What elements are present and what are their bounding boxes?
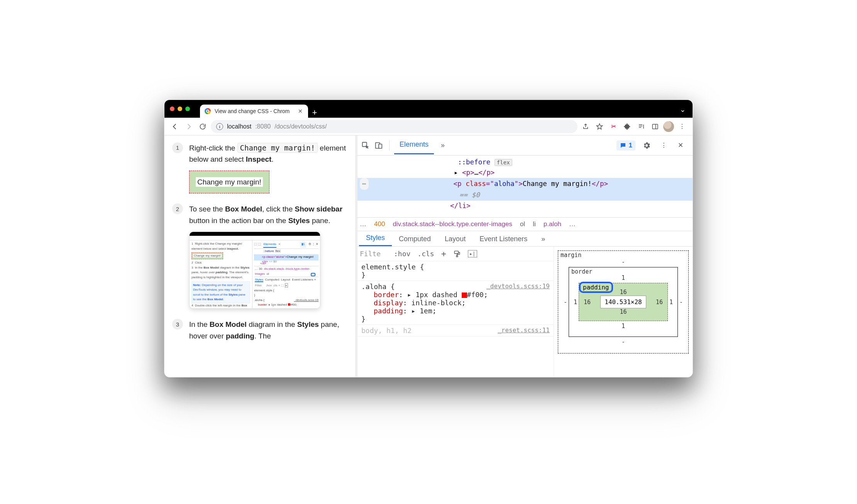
margin-right[interactable]: - [679,299,683,306]
dom-tree[interactable]: ::before flex ▸ <p>…</p> ⋯<p class="aloh… [357,156,693,217]
css-rule[interactable]: _devtools.scss:19 .aloha { border: ▸ 1px… [357,281,554,325]
back-button[interactable] [169,121,181,132]
crumb[interactable]: … [569,220,576,228]
css-rule[interactable]: element.style { } [357,261,554,281]
color-swatch-icon[interactable] [462,293,467,298]
maximize-window-icon[interactable] [185,107,190,111]
b: Styles [288,216,310,225]
profile-avatar[interactable] [663,121,674,132]
brace: } [361,271,550,279]
padding-highlight: padding [579,282,613,293]
devtools-close-icon[interactable]: ✕ [675,140,686,151]
crumb[interactable]: ol [520,220,525,228]
crumb[interactable]: div.stack.stack--block.type.center-image… [393,220,512,228]
share-icon[interactable] [580,121,591,132]
show-sidebar-icon[interactable]: ▸| [468,250,477,257]
new-tab-button[interactable]: + [308,108,321,118]
browser-menu-icon[interactable]: ⋮ [676,121,688,132]
css-val: inline-block [412,299,462,307]
eq: =" [486,180,494,188]
selected-node[interactable]: ⋯<p class="aloha">Change my margin!</p>=… [357,178,693,200]
settings-gear-icon[interactable] [641,140,652,151]
css-rule[interactable]: _reset.scss:11 body, h1, h2 [357,325,554,337]
text: Change my margin! [523,180,592,188]
extensions-icon[interactable] [622,121,633,132]
bookmark-icon[interactable] [594,121,605,132]
tab-close-icon[interactable]: ✕ [297,108,303,114]
step-number: 3 [172,319,183,330]
inspect-element-icon[interactable] [360,140,371,151]
dom-breadcrumbs[interactable]: … 400 div.stack.stack--block.type.center… [357,217,693,231]
tab-elements[interactable]: Elements [394,137,434,154]
source-link[interactable]: _reset.scss:11 [498,326,550,334]
border-left[interactable]: 1 [574,299,577,306]
css-val: 1em [420,307,432,315]
reload-button[interactable] [197,121,208,132]
svg-rect-3 [379,144,382,148]
border-right[interactable]: 1 [669,299,673,306]
browser-window: View and change CSS - Chrom ✕ + ⌄ i loca… [164,100,693,377]
hov-toggle[interactable]: :hov [394,250,410,258]
reading-list-icon[interactable] [635,121,647,132]
brace: } [361,315,550,323]
svg-rect-0 [652,124,658,129]
t: pane. [310,216,330,225]
css-val: #f00 [467,291,484,299]
padding-bottom[interactable]: 16 [584,308,663,315]
tab-event-listeners[interactable]: Event Listeners [473,232,534,246]
tag: </li> [450,202,471,210]
bm-label-border: border [571,268,592,275]
minimize-window-icon[interactable] [178,107,182,111]
tab-styles[interactable]: Styles [359,231,392,246]
address-bar[interactable]: i localhost:8080/docs/devtools/css/ [211,120,578,133]
demo-text: Change my margin! [196,177,263,187]
crumb[interactable]: … [360,220,366,228]
content-size[interactable]: 140.531×28 [600,296,646,308]
ellipsis-icon[interactable]: ⋯ [360,178,369,190]
margin-left[interactable]: - [564,299,567,306]
crumb[interactable]: 400 [374,220,385,228]
change-margin-demo[interactable]: Change my margin! [189,171,269,193]
close-window-icon[interactable] [170,107,174,111]
tabs-menu-icon[interactable]: ⌄ [680,105,686,114]
css-prop: padding [374,307,403,315]
code-sample: Change my margin! [237,143,318,153]
padding-left[interactable]: 16 [584,299,591,306]
step1-text: Right-click the [189,144,237,152]
tab-title: View and change CSS - Chrom [215,108,290,114]
source-link[interactable]: _devtools.scss:19 [486,282,550,290]
side-panel-icon[interactable] [649,121,661,132]
margin-top[interactable]: - [564,259,683,266]
crumb[interactable]: p.aloh [544,220,561,228]
tab-layout[interactable]: Layout [438,232,473,246]
tabs-overflow-icon[interactable]: » [435,137,450,153]
devtools-menu-icon[interactable]: ⋮ [658,140,669,151]
cls-toggle[interactable]: .cls [417,250,434,258]
filter-input[interactable]: Filte [360,250,387,258]
tab-computed[interactable]: Computed [392,232,438,246]
margin-bottom[interactable]: - [564,338,683,345]
step-number: 1 [172,142,183,153]
new-rule-icon[interactable]: + [441,249,446,259]
site-info-icon[interactable]: i [216,123,223,130]
browser-toolbar: i localhost:8080/docs/devtools/css/ ✂ ⋮ [164,118,693,135]
tabs-overflow-icon[interactable]: » [534,232,552,246]
svg-rect-5 [456,255,457,257]
t: , click the [262,205,295,213]
border-bottom[interactable]: 1 [574,323,673,330]
pseudo: ::before [458,158,490,166]
styles-filter-bar: Filte :hov .cls + ▸| [357,247,554,261]
flex-badge[interactable]: flex [495,159,512,166]
tag: </p> [478,169,495,176]
box-model-diagram[interactable]: margin - - border 1 1 padding [554,247,693,377]
t: In the [189,320,210,328]
border-top[interactable]: 1 [574,274,673,281]
device-toggle-icon[interactable] [373,140,384,151]
messages-badge[interactable]: 1 [616,140,635,151]
browser-tab[interactable]: View and change CSS - Chrom ✕ [200,105,308,118]
styles-paint-icon[interactable] [453,250,461,258]
padding-right[interactable]: 16 [656,299,663,306]
scissors-icon[interactable]: ✂ [608,121,619,132]
attr: class [466,180,486,188]
crumb[interactable]: li [533,220,536,228]
